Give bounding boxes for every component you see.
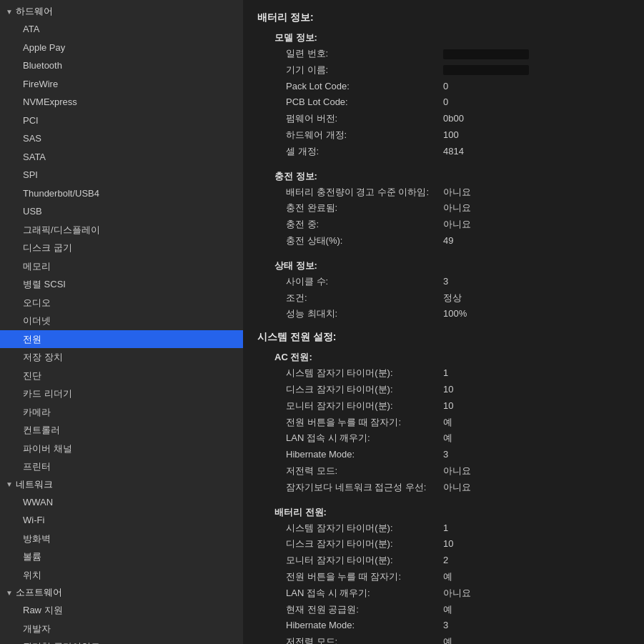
sidebar-item-power[interactable]: 전원	[0, 330, 243, 349]
ac-hibernate-row: Hibernate Mode: 3	[257, 447, 630, 463]
sidebar-item-volumes[interactable]: 볼륨	[0, 548, 243, 566]
sidebar-item-developer[interactable]: 개발자	[0, 620, 243, 638]
ac-disk-sleep-val: 10	[443, 382, 453, 397]
sidebar-item-firewire[interactable]: FireWire	[0, 75, 243, 94]
cycle-val: 3	[443, 274, 448, 289]
cycle-row: 사이클 수: 3	[257, 274, 630, 290]
bat-sys-sleep-val: 1	[443, 521, 448, 536]
ac-lan-wake-row: LAN 접속 시 깨우기: 예	[257, 430, 630, 447]
pcb-lot-val: 0	[443, 95, 448, 110]
bat-disk-sleep-val: 10	[443, 537, 453, 552]
sidebar-item-disk[interactable]: 디스크 굽기	[0, 239, 243, 257]
model-label: 모델 정보:	[257, 30, 630, 46]
hardware-section-header[interactable]: ▼ 하드웨어	[0, 3, 243, 20]
hardware-rev-key: 하드웨어 개정:	[286, 128, 443, 143]
bat-disk-sleep-row: 디스크 잠자기 타이머(분): 10	[257, 536, 630, 553]
serial-key: 일련 번호:	[286, 46, 443, 61]
hardware-items: ATA Apple Pay Bluetooth FireWire NVMExpr…	[0, 20, 243, 476]
bat-hibernate-row: Hibernate Mode: 3	[257, 618, 630, 634]
bat-hibernate-val: 3	[443, 618, 448, 633]
sidebar-item-wifi[interactable]: Wi-Fi	[0, 511, 243, 530]
bat-current-source-val: 예	[443, 603, 452, 618]
max-perf-row: 성능 최대치: 100%	[257, 306, 630, 322]
sidebar-item-graphics[interactable]: 그래픽/디스플레이	[0, 221, 243, 239]
serial-val	[443, 46, 529, 61]
sidebar-item-camera[interactable]: 카메라	[0, 403, 243, 422]
sidebar: ▼ 하드웨어 ATA Apple Pay Bluetooth FireWire …	[0, 0, 243, 644]
device-name-key: 기기 이름:	[286, 63, 443, 78]
hardware-arrow-icon: ▼	[6, 8, 13, 16]
redacted-name	[443, 65, 529, 75]
sidebar-item-spi[interactable]: SPI	[0, 166, 243, 184]
ac-monitor-sleep-key: 모니터 잠자기 타이머(분):	[286, 399, 443, 414]
ac-monitor-sleep-val: 10	[443, 399, 453, 414]
sidebar-item-card-reader[interactable]: 카드 리더기	[0, 385, 243, 403]
charge-complete-row: 충전 완료됨: 아니요	[257, 200, 630, 217]
ac-section: AC 전원: 시스템 잠자기 타이머(분): 1 디스크 잠자기 타이머(분):…	[257, 350, 630, 495]
status-label: 상태 정보:	[257, 258, 630, 274]
charge-section: 충전 정보: 배터리 충전량이 경고 수준 이하임: 아니요 충전 완료됨: 아…	[257, 169, 630, 249]
network-arrow-icon: ▼	[6, 480, 13, 488]
bat-power-btn-key: 전원 버튼을 누를 때 잠자기:	[286, 570, 443, 585]
charge-low-row: 배터리 충전량이 경고 수준 이하임: 아니요	[257, 184, 630, 201]
firmware-row: 펌웨어 버전: 0b00	[257, 111, 630, 127]
condition-row: 조건: 정상	[257, 290, 630, 307]
sidebar-item-managed-client[interactable]: 관리형 클라이언트	[0, 638, 243, 644]
sidebar-item-wwan[interactable]: WWAN	[0, 493, 243, 512]
ac-lowpower-key: 저전력 모드:	[286, 464, 443, 479]
bat-lowpower-row: 저전력 모드: 예	[257, 634, 630, 644]
software-items: Raw 지원 개발자 관리형 클라이언트	[0, 601, 243, 644]
software-section-header[interactable]: ▼ 소프트웨어	[0, 584, 243, 601]
sidebar-item-parallel-scsi[interactable]: 병렬 SCSI	[0, 275, 243, 294]
sidebar-item-printer[interactable]: 프린터	[0, 457, 243, 476]
battery-power-label: 배터리 전원:	[257, 505, 630, 520]
charge-low-key: 배터리 충전량이 경고 수준 이하임:	[286, 185, 443, 200]
sidebar-item-apple-pay[interactable]: Apple Pay	[0, 39, 243, 57]
ac-network-priority-row: 잠자기보다 네트워크 접근성 우선: 아니요	[257, 480, 630, 496]
sidebar-item-thunderbolt[interactable]: Thunderbolt/USB4	[0, 184, 243, 203]
device-name-val	[443, 63, 529, 78]
hardware-rev-row: 하드웨어 개정: 100	[257, 127, 630, 144]
ac-disk-sleep-key: 디스크 잠자기 타이머(분):	[286, 382, 443, 397]
cycle-key: 사이클 수:	[286, 274, 443, 289]
ac-lan-wake-val: 예	[443, 431, 452, 446]
sidebar-item-ethernet[interactable]: 이더넷	[0, 312, 243, 330]
charge-complete-key: 충전 완료됨:	[286, 201, 443, 216]
ac-network-priority-key: 잠자기보다 네트워크 접근성 우선:	[286, 480, 443, 495]
sidebar-item-storage[interactable]: 저장 장치	[0, 348, 243, 367]
sidebar-item-ata[interactable]: ATA	[0, 20, 243, 39]
sidebar-item-pci[interactable]: PCI	[0, 112, 243, 130]
redacted-serial	[443, 49, 529, 59]
ac-power-btn-val: 예	[443, 415, 452, 430]
sidebar-item-nvmexpress[interactable]: NVMExpress	[0, 93, 243, 112]
ac-disk-sleep-row: 디스크 잠자기 타이머(분): 10	[257, 382, 630, 398]
bat-power-btn-val: 예	[443, 570, 452, 585]
sidebar-item-firewall[interactable]: 방화벽	[0, 530, 243, 548]
network-section-header[interactable]: ▼ 네트워크	[0, 476, 243, 493]
hardware-section-label: 하드웨어	[16, 5, 53, 18]
sidebar-item-audio[interactable]: 오디오	[0, 294, 243, 312]
network-section-label: 네트워크	[16, 478, 53, 491]
sidebar-item-raw[interactable]: Raw 지원	[0, 601, 243, 620]
ac-sys-sleep-row: 시스템 잠자기 타이머(분): 1	[257, 365, 630, 382]
cell-rev-val: 4814	[443, 144, 464, 159]
sidebar-item-memory[interactable]: 메모리	[0, 257, 243, 276]
bat-monitor-sleep-key: 모니터 잠자기 타이머(분):	[286, 553, 443, 568]
sidebar-item-sas[interactable]: SAS	[0, 129, 243, 148]
ac-lan-wake-key: LAN 접속 시 깨우기:	[286, 431, 443, 446]
charge-complete-val: 아니요	[443, 201, 471, 216]
sidebar-item-location[interactable]: 위치	[0, 566, 243, 585]
charge-label: 충전 정보:	[257, 169, 630, 184]
sidebar-item-controller[interactable]: 컨트롤러	[0, 421, 243, 440]
ac-sys-sleep-key: 시스템 잠자기 타이머(분):	[286, 366, 443, 381]
ac-hibernate-key: Hibernate Mode:	[286, 447, 443, 462]
pack-lot-row: Pack Lot Code: 0	[257, 79, 630, 95]
sidebar-item-usb[interactable]: USB	[0, 202, 243, 221]
charge-pct-key: 충전 상태(%):	[286, 234, 443, 249]
sidebar-item-sata[interactable]: SATA	[0, 148, 243, 167]
sidebar-item-diagnostics[interactable]: 진단	[0, 367, 243, 385]
system-power-title: 시스템 전원 설정:	[257, 331, 630, 344]
sidebar-item-bluetooth[interactable]: Bluetooth	[0, 56, 243, 75]
charge-pct-row: 충전 상태(%): 49	[257, 233, 630, 249]
sidebar-item-fiber-channel[interactable]: 파이버 채널	[0, 440, 243, 458]
